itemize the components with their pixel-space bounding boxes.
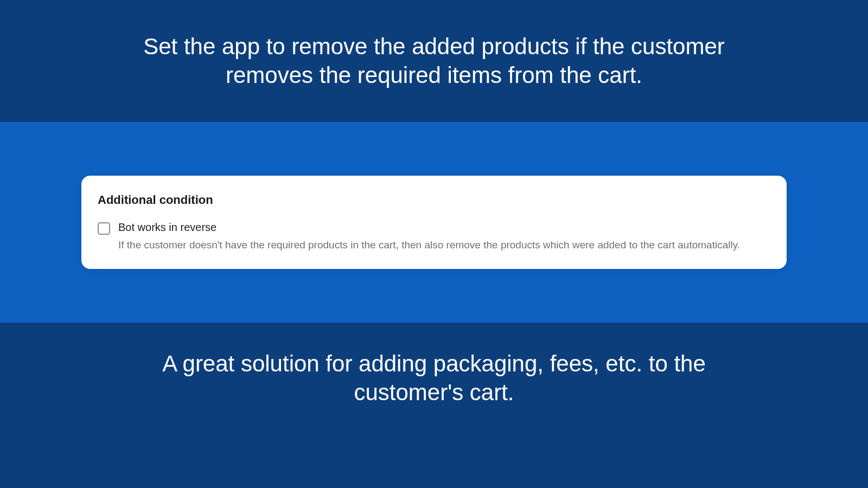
- bottom-band: A great solution for adding packaging, f…: [0, 323, 868, 488]
- top-band: Set the app to remove the added products…: [0, 0, 868, 122]
- settings-card: Additional condition Bot works in revers…: [81, 176, 787, 269]
- checkbox-content: Bot works in reverse If the customer doe…: [118, 221, 740, 253]
- bottom-heading: A great solution for adding packaging, f…: [136, 350, 732, 407]
- checkbox-row: Bot works in reverse If the customer doe…: [98, 221, 770, 253]
- card-title: Additional condition: [98, 193, 770, 207]
- checkbox-label: Bot works in reverse: [118, 221, 740, 234]
- checkbox-description: If the customer doesn't have the require…: [118, 238, 740, 253]
- middle-band: Additional condition Bot works in revers…: [0, 122, 868, 323]
- top-heading: Set the app to remove the added products…: [136, 33, 732, 89]
- reverse-checkbox[interactable]: [98, 222, 110, 235]
